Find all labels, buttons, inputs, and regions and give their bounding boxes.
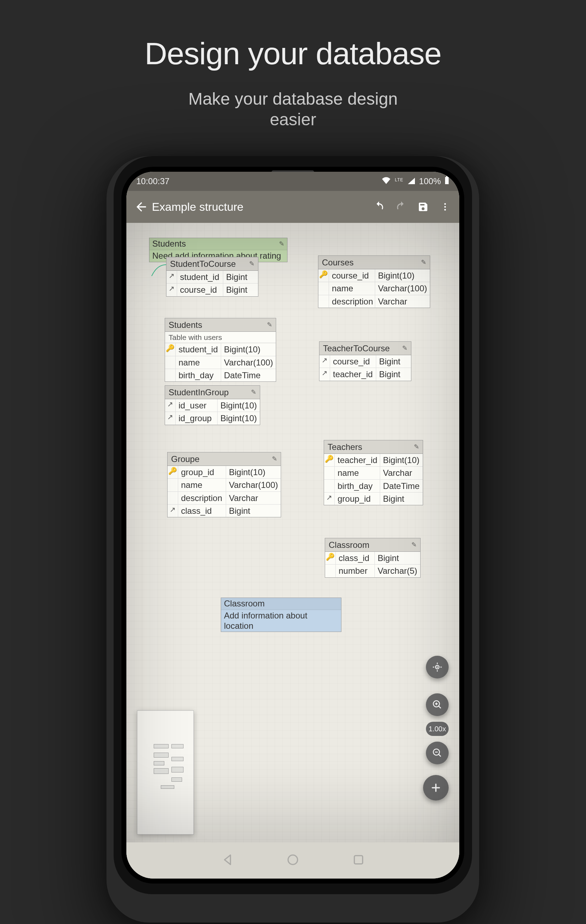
save-button[interactable]	[417, 200, 429, 213]
col-type: Varchar(100)	[226, 478, 281, 491]
minimap[interactable]	[137, 710, 194, 835]
table-title: Classroom	[328, 540, 370, 550]
col-name: group_id	[178, 466, 226, 478]
zoom-out-button[interactable]	[426, 742, 449, 764]
svg-rect-10	[354, 856, 362, 864]
pencil-icon[interactable]: ✎	[267, 321, 272, 329]
pencil-icon[interactable]: ✎	[251, 388, 256, 396]
col-name: description	[178, 492, 226, 504]
phone-frame: 10:00:37 LTE 100%	[114, 156, 472, 894]
table-title: TeacherToCourse	[323, 343, 390, 354]
col-type: Bigint(10)	[218, 399, 260, 412]
table-teachers[interactable]: Teachers ✎ 🔑teacher_idBigint(10) nameVar…	[324, 440, 423, 505]
clock: 10:00:37	[136, 177, 169, 186]
col-type: Bigint	[223, 271, 250, 283]
fk-icon: ↗	[167, 271, 177, 283]
col-type: Varchar(100)	[221, 356, 276, 369]
table-classroom[interactable]: Classroom ✎ 🔑class_idBigint numberVarcha…	[325, 538, 421, 578]
col-type: Bigint	[376, 355, 403, 368]
pk-icon: 🔑	[168, 466, 178, 478]
fk-icon: ↗	[165, 399, 176, 412]
diagram-canvas[interactable]: Students ✎ Need add information about ra…	[126, 223, 459, 842]
pk-icon: 🔑	[319, 269, 329, 282]
col-name: class_id	[178, 505, 226, 517]
battery-icon	[444, 176, 449, 186]
svg-point-9	[288, 855, 298, 865]
nav-recent-icon[interactable]	[352, 853, 366, 868]
table-title: Groupe	[171, 454, 200, 464]
pk-icon: 🔑	[324, 454, 335, 466]
col-name: group_id	[335, 493, 380, 505]
table-courses[interactable]: Courses ✎ 🔑course_idBigint(10) nameVarch…	[318, 256, 430, 308]
col-type: DateTime	[221, 369, 263, 381]
fk-icon: ↗	[168, 505, 178, 517]
note-classroom[interactable]: Classroom Add information about location	[221, 597, 342, 632]
battery-label: 100%	[419, 177, 441, 186]
fk-icon: ↗	[319, 368, 330, 380]
table-teachertocourse[interactable]: TeacherToCourse ✎ ↗course_idBigint ↗teac…	[319, 342, 411, 381]
col-name: birth_day	[335, 480, 380, 492]
pk-icon: 🔑	[165, 343, 176, 356]
col-name: class_id	[336, 552, 375, 564]
svg-rect-0	[445, 177, 449, 184]
zoom-in-button[interactable]	[426, 693, 449, 716]
overflow-menu-button[interactable]	[439, 200, 451, 213]
table-title: StudentInGroup	[168, 387, 229, 398]
col-name: teacher_id	[330, 368, 376, 380]
table-students[interactable]: Students ✎ Table with users 🔑student_idB…	[165, 318, 276, 382]
screen: 10:00:37 LTE 100%	[126, 172, 459, 879]
note-title-text: Students	[152, 239, 186, 249]
back-button[interactable]	[130, 200, 152, 214]
table-title: Teachers	[328, 441, 362, 452]
col-type: Bigint(10)	[375, 269, 418, 282]
table-studentingroup[interactable]: StudentInGroup ✎ ↗id_userBigint(10) ↗id_…	[165, 385, 260, 425]
pencil-icon[interactable]: ✎	[249, 260, 254, 268]
undo-button[interactable]	[373, 200, 385, 213]
svg-point-4	[444, 209, 446, 211]
col-type: DateTime	[380, 480, 423, 492]
zoom-level-label: 1.00x	[426, 722, 449, 736]
col-name: name	[329, 282, 375, 295]
col-type: Bigint	[375, 552, 402, 564]
col-name: name	[176, 356, 221, 369]
promo-subtitle: Make your database design easier	[0, 89, 586, 130]
svg-rect-1	[446, 176, 447, 177]
col-name: birth_day	[176, 369, 221, 381]
fk-icon: ↗	[167, 284, 177, 296]
table-groupe[interactable]: Groupe ✎ 🔑group_idBigint(10) nameVarchar…	[167, 452, 281, 517]
nav-home-icon[interactable]	[286, 853, 300, 868]
col-type: Bigint(10)	[218, 412, 260, 424]
signal-icon	[407, 177, 416, 186]
pencil-icon[interactable]: ✎	[414, 443, 419, 451]
redo-button[interactable]	[395, 200, 408, 213]
col-type: Varchar(5)	[375, 564, 420, 577]
pencil-icon[interactable]: ✎	[402, 344, 408, 352]
fk-icon: ↗	[324, 493, 335, 505]
col-name: number	[336, 564, 375, 577]
col-type: Bigint(10)	[226, 466, 268, 478]
center-view-button[interactable]	[426, 656, 449, 678]
pencil-icon[interactable]: ✎	[279, 240, 284, 248]
lte-label: LTE	[395, 177, 403, 182]
appbar-title: Example structure	[152, 200, 373, 214]
col-type: Bigint(10)	[221, 343, 263, 356]
col-name: teacher_id	[335, 454, 380, 466]
system-navbar	[126, 842, 459, 879]
svg-point-2	[444, 203, 446, 205]
table-studenttocourse[interactable]: StudentToCourse ✎ ↗student_idBigint ↗cou…	[166, 257, 258, 297]
pencil-icon[interactable]: ✎	[421, 258, 426, 266]
pencil-icon[interactable]: ✎	[272, 455, 277, 463]
pencil-icon[interactable]: ✎	[411, 541, 417, 549]
statusbar: 10:00:37 LTE 100%	[126, 172, 459, 191]
col-type: Bigint	[376, 368, 403, 380]
wifi-icon	[381, 177, 391, 186]
promo-title: Design your database	[0, 35, 586, 72]
col-name: description	[329, 295, 375, 308]
table-subtitle: Table with users	[165, 332, 276, 343]
fk-icon: ↗	[165, 412, 176, 424]
col-name: course_id	[329, 269, 375, 282]
add-button[interactable]	[423, 775, 449, 800]
note-title-text: Classroom	[224, 599, 265, 609]
nav-back-icon[interactable]	[220, 853, 234, 868]
table-title: Courses	[322, 257, 353, 268]
